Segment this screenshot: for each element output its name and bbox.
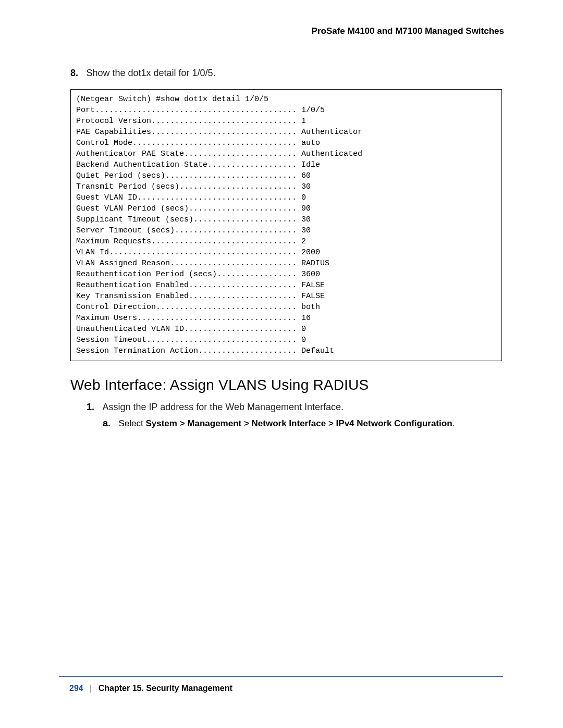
step-8-number: 8. <box>70 68 84 79</box>
code-output-block: (Netgear Switch) #show dot1x detail 1/0/… <box>70 89 502 361</box>
main-content: 8. Show the dot1x detail for 1/0/5. (Net… <box>70 68 503 429</box>
step-1a-suffix: . <box>452 418 455 428</box>
step-8: 8. Show the dot1x detail for 1/0/5. <box>70 68 503 79</box>
footer-divider <box>59 676 503 677</box>
step-1-text: Assign the IP address for the Web Manage… <box>102 402 344 412</box>
section-heading: Web Interface: Assign VLANS Using RADIUS <box>70 377 503 393</box>
page-footer: 294 | Chapter 15. Security Management <box>69 684 232 693</box>
step-8-text: Show the dot1x detail for 1/0/5. <box>86 68 215 78</box>
step-1: 1. Assign the IP address for the Web Man… <box>87 402 503 413</box>
footer-chapter: Chapter 15. Security Management <box>99 684 232 693</box>
step-1a-letter: a. <box>103 418 116 429</box>
page-number: 294 <box>69 684 83 693</box>
step-1a-prefix: Select <box>118 418 145 428</box>
step-1-number: 1. <box>87 402 100 413</box>
step-1a: a. Select System > Management > Network … <box>103 418 503 429</box>
page-header: ProSafe M4100 and M7100 Managed Switches <box>312 26 504 36</box>
step-1a-bold: System > Management > Network Interface … <box>145 418 452 428</box>
footer-separator: | <box>90 684 92 693</box>
